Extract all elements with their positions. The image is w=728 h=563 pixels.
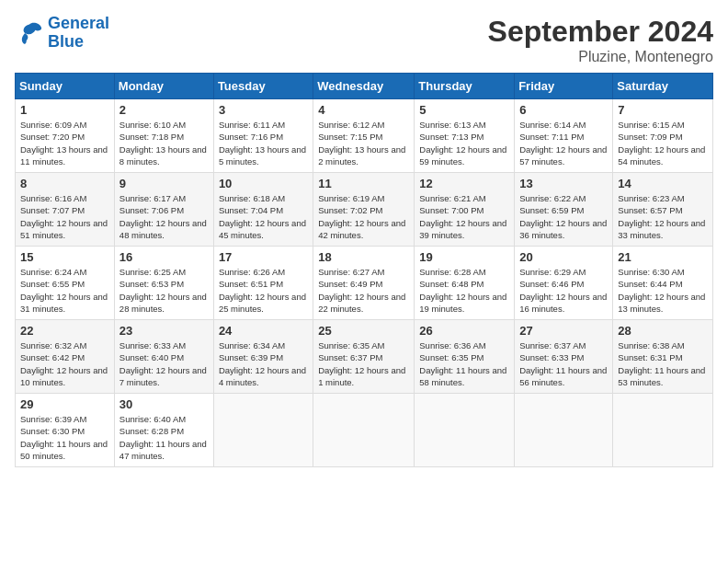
week-row-5: 29 Sunrise: 6:39 AMSunset: 6:30 PMDaylig… xyxy=(16,394,713,467)
calendar-cell: 16 Sunrise: 6:25 AMSunset: 6:53 PMDaylig… xyxy=(114,247,213,320)
week-row-4: 22 Sunrise: 6:32 AMSunset: 6:42 PMDaylig… xyxy=(16,320,713,394)
day-info: Sunrise: 6:11 AMSunset: 7:16 PMDaylight:… xyxy=(219,119,308,167)
calendar-cell: 23 Sunrise: 6:33 AMSunset: 6:40 PMDaylig… xyxy=(114,320,213,394)
day-number: 21 xyxy=(618,250,708,264)
day-number: 14 xyxy=(618,177,708,190)
weekday-header-friday: Friday xyxy=(515,74,613,99)
day-number: 2 xyxy=(119,103,209,117)
calendar-cell: 29 Sunrise: 6:39 AMSunset: 6:30 PMDaylig… xyxy=(16,394,115,467)
day-number: 11 xyxy=(318,177,409,190)
week-row-2: 8 Sunrise: 6:16 AMSunset: 7:07 PMDayligh… xyxy=(16,173,713,247)
calendar-cell: 8 Sunrise: 6:16 AMSunset: 7:07 PMDayligh… xyxy=(16,173,115,247)
day-info: Sunrise: 6:19 AMSunset: 7:02 PMDaylight:… xyxy=(318,192,409,241)
day-info: Sunrise: 6:28 AMSunset: 6:48 PMDaylight:… xyxy=(419,266,509,315)
day-number: 4 xyxy=(318,103,409,117)
calendar-cell: 11 Sunrise: 6:19 AMSunset: 7:02 PMDaylig… xyxy=(313,173,415,247)
day-info: Sunrise: 6:10 AMSunset: 7:18 PMDaylight:… xyxy=(119,119,209,167)
day-number: 9 xyxy=(119,177,209,190)
day-number: 15 xyxy=(20,250,109,264)
weekday-header-tuesday: Tuesday xyxy=(213,74,313,99)
day-number: 27 xyxy=(519,324,608,338)
day-number: 29 xyxy=(20,397,109,411)
day-info: Sunrise: 6:37 AMSunset: 6:33 PMDaylight:… xyxy=(519,339,608,388)
day-info: Sunrise: 6:35 AMSunset: 6:37 PMDaylight:… xyxy=(318,339,409,388)
header: General Blue September 2024 Pluzine, Mon… xyxy=(15,15,713,65)
day-number: 25 xyxy=(318,324,409,338)
page-container: General Blue September 2024 Pluzine, Mon… xyxy=(15,15,713,467)
calendar-cell: 9 Sunrise: 6:17 AMSunset: 7:06 PMDayligh… xyxy=(114,173,213,247)
day-info: Sunrise: 6:30 AMSunset: 6:44 PMDaylight:… xyxy=(618,266,708,315)
day-info: Sunrise: 6:27 AMSunset: 6:49 PMDaylight:… xyxy=(318,266,409,315)
day-number: 12 xyxy=(419,177,509,190)
day-info: Sunrise: 6:15 AMSunset: 7:09 PMDaylight:… xyxy=(618,119,708,167)
week-row-1: 1 Sunrise: 6:09 AMSunset: 7:20 PMDayligh… xyxy=(16,99,713,173)
calendar-cell: 14 Sunrise: 6:23 AMSunset: 6:57 PMDaylig… xyxy=(613,173,713,247)
calendar-cell: 21 Sunrise: 6:30 AMSunset: 6:44 PMDaylig… xyxy=(613,247,713,320)
day-number: 16 xyxy=(119,250,209,264)
weekday-header-monday: Monday xyxy=(114,74,213,99)
calendar-cell: 19 Sunrise: 6:28 AMSunset: 6:48 PMDaylig… xyxy=(415,247,515,320)
title-area: September 2024 Pluzine, Montenegro xyxy=(488,15,713,65)
weekday-header-sunday: Sunday xyxy=(16,74,115,99)
logo: General Blue xyxy=(15,15,109,52)
day-info: Sunrise: 6:12 AMSunset: 7:15 PMDaylight:… xyxy=(318,119,409,167)
day-info: Sunrise: 6:21 AMSunset: 7:00 PMDaylight:… xyxy=(419,192,509,241)
day-info: Sunrise: 6:18 AMSunset: 7:04 PMDaylight:… xyxy=(219,192,308,241)
day-number: 18 xyxy=(318,250,409,264)
weekday-header-wednesday: Wednesday xyxy=(313,74,415,99)
day-info: Sunrise: 6:16 AMSunset: 7:07 PMDaylight:… xyxy=(20,192,109,241)
day-number: 6 xyxy=(519,103,608,117)
calendar-cell: 4 Sunrise: 6:12 AMSunset: 7:15 PMDayligh… xyxy=(313,99,415,173)
calendar-cell: 24 Sunrise: 6:34 AMSunset: 6:39 PMDaylig… xyxy=(213,320,313,394)
day-info: Sunrise: 6:36 AMSunset: 6:35 PMDaylight:… xyxy=(419,339,509,388)
day-number: 3 xyxy=(219,103,308,117)
calendar-cell: 22 Sunrise: 6:32 AMSunset: 6:42 PMDaylig… xyxy=(16,320,115,394)
calendar-cell: 18 Sunrise: 6:27 AMSunset: 6:49 PMDaylig… xyxy=(313,247,415,320)
calendar-cell: 10 Sunrise: 6:18 AMSunset: 7:04 PMDaylig… xyxy=(213,173,313,247)
day-info: Sunrise: 6:22 AMSunset: 6:59 PMDaylight:… xyxy=(519,192,608,241)
day-number: 20 xyxy=(519,250,608,264)
calendar-cell: 13 Sunrise: 6:22 AMSunset: 6:59 PMDaylig… xyxy=(515,173,613,247)
day-info: Sunrise: 6:32 AMSunset: 6:42 PMDaylight:… xyxy=(20,339,109,388)
month-title: September 2024 xyxy=(488,15,713,49)
logo-text: General Blue xyxy=(48,15,109,52)
day-number: 23 xyxy=(119,324,209,338)
day-info: Sunrise: 6:33 AMSunset: 6:40 PMDaylight:… xyxy=(119,339,209,388)
day-number: 28 xyxy=(618,324,708,338)
calendar-cell: 15 Sunrise: 6:24 AMSunset: 6:55 PMDaylig… xyxy=(16,247,115,320)
calendar-cell: 6 Sunrise: 6:14 AMSunset: 7:11 PMDayligh… xyxy=(515,99,613,173)
calendar-cell xyxy=(213,394,313,467)
day-info: Sunrise: 6:13 AMSunset: 7:13 PMDaylight:… xyxy=(419,119,509,167)
weekday-header-row: SundayMondayTuesdayWednesdayThursdayFrid… xyxy=(16,74,713,99)
calendar-cell: 17 Sunrise: 6:26 AMSunset: 6:51 PMDaylig… xyxy=(213,247,313,320)
calendar-cell: 27 Sunrise: 6:37 AMSunset: 6:33 PMDaylig… xyxy=(515,320,613,394)
calendar-cell xyxy=(515,394,613,467)
day-info: Sunrise: 6:23 AMSunset: 6:57 PMDaylight:… xyxy=(618,192,708,241)
calendar-cell xyxy=(313,394,415,467)
day-info: Sunrise: 6:24 AMSunset: 6:55 PMDaylight:… xyxy=(20,266,109,315)
day-info: Sunrise: 6:17 AMSunset: 7:06 PMDaylight:… xyxy=(119,192,209,241)
day-info: Sunrise: 6:29 AMSunset: 6:46 PMDaylight:… xyxy=(519,266,608,315)
day-number: 13 xyxy=(519,177,608,190)
day-info: Sunrise: 6:34 AMSunset: 6:39 PMDaylight:… xyxy=(219,339,308,388)
day-number: 17 xyxy=(219,250,308,264)
day-info: Sunrise: 6:14 AMSunset: 7:11 PMDaylight:… xyxy=(519,119,608,167)
day-info: Sunrise: 6:09 AMSunset: 7:20 PMDaylight:… xyxy=(20,119,109,167)
day-info: Sunrise: 6:38 AMSunset: 6:31 PMDaylight:… xyxy=(618,339,708,388)
calendar-cell: 3 Sunrise: 6:11 AMSunset: 7:16 PMDayligh… xyxy=(213,99,313,173)
calendar-cell: 25 Sunrise: 6:35 AMSunset: 6:37 PMDaylig… xyxy=(313,320,415,394)
calendar-cell: 1 Sunrise: 6:09 AMSunset: 7:20 PMDayligh… xyxy=(16,99,115,173)
calendar-cell: 20 Sunrise: 6:29 AMSunset: 6:46 PMDaylig… xyxy=(515,247,613,320)
calendar-cell: 7 Sunrise: 6:15 AMSunset: 7:09 PMDayligh… xyxy=(613,99,713,173)
day-number: 1 xyxy=(20,103,109,117)
day-number: 24 xyxy=(219,324,308,338)
day-number: 10 xyxy=(219,177,308,190)
day-number: 5 xyxy=(419,103,509,117)
day-info: Sunrise: 6:40 AMSunset: 6:28 PMDaylight:… xyxy=(119,413,209,462)
day-number: 26 xyxy=(419,324,509,338)
weekday-header-thursday: Thursday xyxy=(415,74,515,99)
week-row-3: 15 Sunrise: 6:24 AMSunset: 6:55 PMDaylig… xyxy=(16,247,713,320)
day-number: 7 xyxy=(618,103,708,117)
weekday-header-saturday: Saturday xyxy=(613,74,713,99)
day-number: 19 xyxy=(419,250,509,264)
